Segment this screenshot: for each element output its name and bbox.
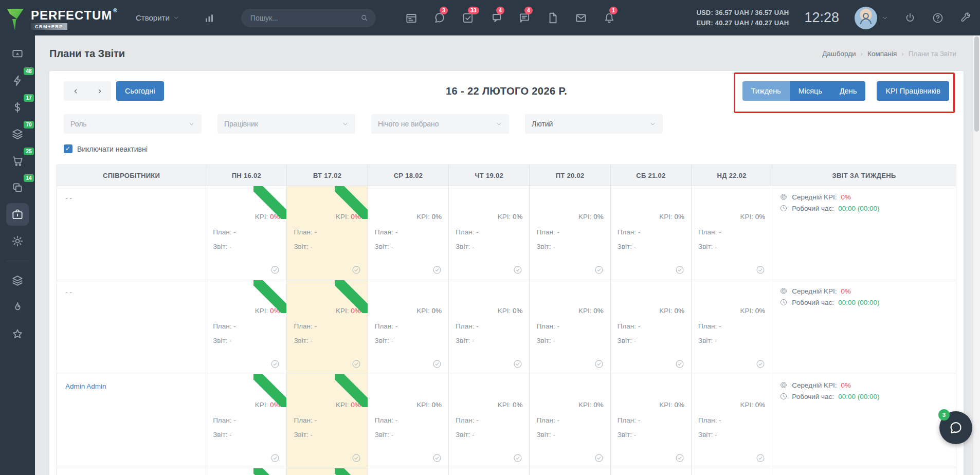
table-row-partial <box>57 468 956 475</box>
check-circle-icon[interactable] <box>270 265 280 275</box>
create-button[interactable]: Створити <box>136 13 179 22</box>
plan-line: План: - <box>536 228 603 236</box>
sidebar-item-flame[interactable] <box>6 296 29 319</box>
star-icon <box>11 327 24 341</box>
sidebar-item-stack[interactable] <box>6 269 29 292</box>
chat-icon[interactable]: 3 <box>433 11 446 25</box>
check-circle-icon[interactable] <box>351 453 361 463</box>
check-circle-icon[interactable] <box>755 453 766 463</box>
view-month-button[interactable]: Місяць <box>790 81 831 101</box>
settings-wrench-icon[interactable] <box>959 12 972 24</box>
bullseye-icon <box>779 193 788 201</box>
sidebar-badge: 14 <box>24 174 34 182</box>
plan-line: План: - <box>536 416 603 424</box>
check-circle-icon[interactable] <box>594 453 604 463</box>
search-input[interactable] <box>250 14 360 22</box>
column-header: ВТ 17.02 <box>287 165 368 186</box>
week-summary-cell: Середній KPI:0%Робочий час:00:00 (00:00) <box>772 280 956 374</box>
check-circle-icon[interactable] <box>755 359 766 369</box>
search-icon[interactable] <box>360 13 369 22</box>
sidebar-item-dollar[interactable]: 17 <box>6 96 29 119</box>
check-circle-icon[interactable] <box>594 359 604 369</box>
check-circle-icon[interactable] <box>755 265 766 275</box>
check-circle-icon[interactable] <box>594 265 604 275</box>
breadcrumb-company[interactable]: Компанія <box>856 50 897 58</box>
check-circle-icon[interactable] <box>351 265 361 275</box>
check-circle-icon[interactable] <box>270 359 280 369</box>
check-circle-icon[interactable] <box>675 359 685 369</box>
avatar[interactable] <box>855 7 877 29</box>
sidebar-item-layers[interactable]: 70 <box>6 123 29 145</box>
plan-line: План: - <box>536 322 603 330</box>
chat-widget-button[interactable]: 3 <box>939 411 972 444</box>
toolbar: Сьогодні 16 - 22 ЛЮТОГО 2026 Р. Тиждень … <box>64 81 949 101</box>
role-filter-select[interactable]: Роль <box>64 114 202 134</box>
monitor-icon <box>11 47 24 61</box>
month-filter-value: Лютий <box>532 120 553 128</box>
page-title: Плани та Звіти <box>49 48 125 60</box>
task-check-icon[interactable]: 33 <box>461 11 475 25</box>
table-row: Admin AdminKPI: 0%План: -Звіт: -KPI: 0%П… <box>57 374 956 468</box>
chevron-down-icon[interactable] <box>881 14 888 22</box>
registered-mark: ® <box>113 8 117 13</box>
sidebar-item-cart[interactable]: 25 <box>6 150 29 172</box>
plan-line: План: - <box>618 322 684 330</box>
exclude-inactive-checkbox[interactable] <box>64 144 72 153</box>
prev-period-button[interactable] <box>64 81 87 101</box>
column-header: ЧТ 19.02 <box>449 165 530 186</box>
report-line: Звіт: - <box>456 243 522 250</box>
chat-duo-icon[interactable]: 4 <box>489 11 503 25</box>
view-day-button[interactable]: День <box>831 81 865 101</box>
period-pager <box>64 81 111 101</box>
sidebar-item-briefcase[interactable] <box>6 203 29 226</box>
scrollbar-thumb[interactable] <box>974 36 979 132</box>
power-icon[interactable] <box>904 12 916 24</box>
kpi-line: KPI: 0% <box>698 307 765 315</box>
day-cell: KPI: 0%План: -Звіт: - <box>206 186 287 280</box>
sidebar-item-star[interactable] <box>6 323 29 345</box>
logo-mark-icon <box>5 7 27 32</box>
employee-name[interactable]: Admin Admin <box>65 382 106 390</box>
view-week-button[interactable]: Тиждень <box>742 81 790 101</box>
layers-icon <box>11 127 24 141</box>
employee-kpi-button[interactable]: KPI Працівників <box>877 81 949 101</box>
document-icon[interactable] <box>546 11 559 25</box>
check-circle-icon[interactable] <box>432 359 442 369</box>
scrollbar[interactable] <box>973 35 980 475</box>
calendar-icon[interactable] <box>405 11 418 25</box>
breadcrumb-dashboards[interactable]: Дашборди <box>822 50 856 58</box>
day-cell <box>611 468 692 475</box>
check-circle-icon[interactable] <box>432 453 442 463</box>
kpi-line: KPI: 0% <box>294 213 360 221</box>
employee-filter-select[interactable]: Працівник <box>217 114 355 134</box>
sidebar-item-copy[interactable]: 14 <box>6 176 29 199</box>
today-button[interactable]: Сьогодні <box>116 81 164 101</box>
notification-badge: 1 <box>609 7 618 15</box>
check-circle-icon[interactable] <box>432 265 442 275</box>
plan-line: План: - <box>618 228 684 236</box>
check-circle-icon[interactable] <box>270 453 280 463</box>
sidebar-item-lightning[interactable]: 48 <box>6 69 29 92</box>
statistics-icon[interactable] <box>203 12 215 24</box>
check-circle-icon[interactable] <box>351 359 361 369</box>
extra-filter-select[interactable]: Нічого не вибрано <box>371 114 509 134</box>
sidebar-item-monitor[interactable] <box>6 43 29 65</box>
column-header: СБ 21.02 <box>611 165 692 186</box>
check-circle-icon[interactable] <box>513 359 523 369</box>
app-logo[interactable]: PERFECTUM® CRM+ERP <box>5 4 128 32</box>
chat-lines-icon[interactable]: 4 <box>518 11 531 25</box>
plan-line: План: - <box>294 228 360 236</box>
check-circle-icon[interactable] <box>675 265 685 275</box>
day-cell: KPI: 0%План: -Звіт: - <box>611 374 692 468</box>
check-circle-icon[interactable] <box>675 453 685 463</box>
help-icon[interactable] <box>932 12 944 24</box>
next-period-button[interactable] <box>87 81 111 101</box>
bell-icon[interactable]: 1 <box>603 11 616 25</box>
day-cell: KPI: 0%План: -Звіт: - <box>530 374 610 468</box>
check-circle-icon[interactable] <box>513 453 523 463</box>
check-circle-icon[interactable] <box>513 265 523 275</box>
sidebar-item-gear[interactable] <box>6 230 29 252</box>
month-filter-select[interactable]: Лютий <box>525 114 663 134</box>
kpi-line: KPI: 0% <box>213 401 280 409</box>
mail-icon[interactable] <box>574 11 588 25</box>
